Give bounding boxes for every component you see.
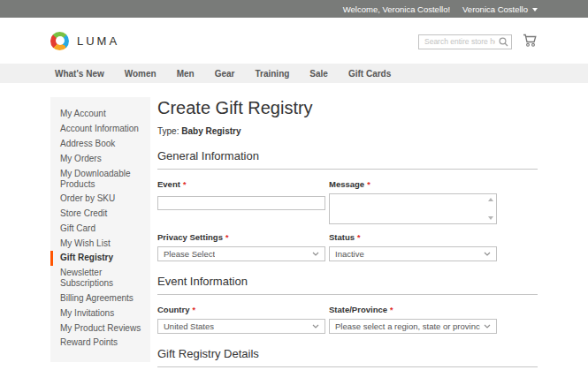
- scroll-up-icon: [488, 198, 493, 201]
- cart-icon[interactable]: [523, 34, 538, 48]
- luma-logo-icon: [50, 32, 69, 50]
- nav-link-gear[interactable]: Gear: [215, 69, 235, 79]
- account-nav: My Account Account Information Address B…: [50, 97, 150, 362]
- sidebar-item-order-by-sku[interactable]: Order by SKU: [50, 192, 150, 207]
- nav-link-sale[interactable]: Sale: [309, 69, 328, 79]
- section-gift-registry-details: Gift Registry Details Baby Gender* Surpr…: [157, 347, 538, 370]
- header: LUMA: [0, 18, 588, 64]
- country-field: Country* United States: [157, 305, 325, 334]
- chevron-down-icon: [312, 324, 319, 328]
- chevron-down-icon: [484, 324, 491, 328]
- message-textarea[interactable]: [329, 193, 497, 224]
- privacy-settings-field: Privacy Settings* Please Select: [157, 232, 325, 261]
- country-label: Country*: [157, 305, 325, 314]
- required-asterisk: *: [225, 233, 229, 242]
- state-province-select[interactable]: Please select a region, state or provinc…: [329, 319, 497, 334]
- status-select[interactable]: Inactive: [329, 246, 497, 261]
- registry-type-line: Type: Baby Registry: [157, 126, 538, 136]
- main-nav: What's New Women Men Gear Training Sale …: [0, 64, 588, 83]
- sidebar-item-reward-points[interactable]: Reward Points: [50, 336, 150, 351]
- chevron-down-icon: [484, 252, 491, 256]
- state-province-field: State/Province* Please select a region, …: [329, 305, 497, 334]
- chevron-down-icon: [312, 252, 319, 256]
- message-field: Message*: [329, 179, 497, 224]
- sidebar-item-gift-card[interactable]: Gift Card: [50, 221, 150, 236]
- required-asterisk: *: [183, 180, 187, 189]
- sidebar-item-gift-registry[interactable]: Gift Registry: [50, 251, 150, 266]
- sidebar-item-my-wish-list[interactable]: My Wish List: [50, 236, 150, 251]
- sidebar-item-my-account[interactable]: My Account: [50, 107, 150, 122]
- section-title-general: General Information: [157, 149, 538, 170]
- required-asterisk: *: [390, 306, 393, 314]
- type-value: Baby Registry: [181, 126, 241, 136]
- sidebar-item-store-credit[interactable]: Store Credit: [50, 207, 150, 222]
- store-logo[interactable]: LUMA: [50, 32, 119, 50]
- sidebar-item-newsletter-subscriptions[interactable]: Newsletter Subscriptions: [50, 266, 150, 291]
- required-asterisk: *: [367, 180, 370, 189]
- privacy-settings-label: Privacy Settings*: [157, 232, 325, 242]
- sidebar-item-address-book[interactable]: Address Book: [50, 137, 150, 152]
- nav-link-gift-cards[interactable]: Gift Cards: [348, 69, 391, 79]
- account-sidebar: My Account Account Information Address B…: [50, 97, 150, 370]
- scroll-down-icon: [488, 216, 493, 220]
- page-title: Create Gift Registry: [157, 97, 538, 118]
- top-bar: Welcome, Veronica Costello! Veronica Cos…: [0, 0, 588, 18]
- event-input[interactable]: [157, 196, 325, 210]
- sidebar-item-billing-agreements[interactable]: Billing Agreements: [50, 291, 150, 306]
- required-asterisk: *: [357, 233, 361, 242]
- sidebar-item-my-downloadable-products[interactable]: My Downloadable Products: [50, 166, 150, 192]
- status-label: Status*: [329, 232, 497, 242]
- event-label: Event*: [157, 179, 325, 189]
- section-title-gift-registry-details: Gift Registry Details: [157, 347, 538, 367]
- logo-text: LUMA: [77, 34, 119, 48]
- state-province-label: State/Province*: [329, 305, 497, 314]
- chevron-down-icon: [532, 8, 538, 11]
- country-select[interactable]: United States: [157, 319, 325, 334]
- sidebar-item-my-invitations[interactable]: My Invitations: [50, 306, 150, 321]
- privacy-settings-select[interactable]: Please Select: [157, 246, 325, 261]
- welcome-message: Welcome, Veronica Costello!: [343, 4, 450, 14]
- nav-link-whats-new[interactable]: What's New: [55, 69, 104, 79]
- nav-link-men[interactable]: Men: [177, 69, 195, 79]
- message-label: Message*: [329, 179, 497, 189]
- status-field: Status* Inactive: [329, 232, 497, 261]
- account-menu-toggle[interactable]: Veronica Costello: [462, 4, 538, 14]
- nav-link-women[interactable]: Women: [125, 69, 157, 79]
- sidebar-item-my-product-reviews[interactable]: My Product Reviews: [50, 321, 150, 336]
- search-icon[interactable]: [499, 34, 508, 50]
- event-field: Event*: [157, 179, 325, 210]
- section-event-information: Event Information Country* United States: [157, 275, 538, 334]
- main-content: Create Gift Registry Type: Baby Registry…: [157, 97, 538, 370]
- sidebar-item-my-orders[interactable]: My Orders: [50, 151, 150, 166]
- section-title-event-information: Event Information: [157, 275, 538, 295]
- type-label: Type:: [157, 126, 179, 136]
- nav-link-training[interactable]: Training: [255, 69, 289, 79]
- account-name: Veronica Costello: [462, 4, 528, 14]
- search-box: [418, 32, 512, 49]
- sidebar-item-account-information[interactable]: Account Information: [50, 122, 150, 137]
- section-general-information: General Information Event* Message*: [157, 149, 538, 261]
- required-asterisk: *: [192, 306, 195, 314]
